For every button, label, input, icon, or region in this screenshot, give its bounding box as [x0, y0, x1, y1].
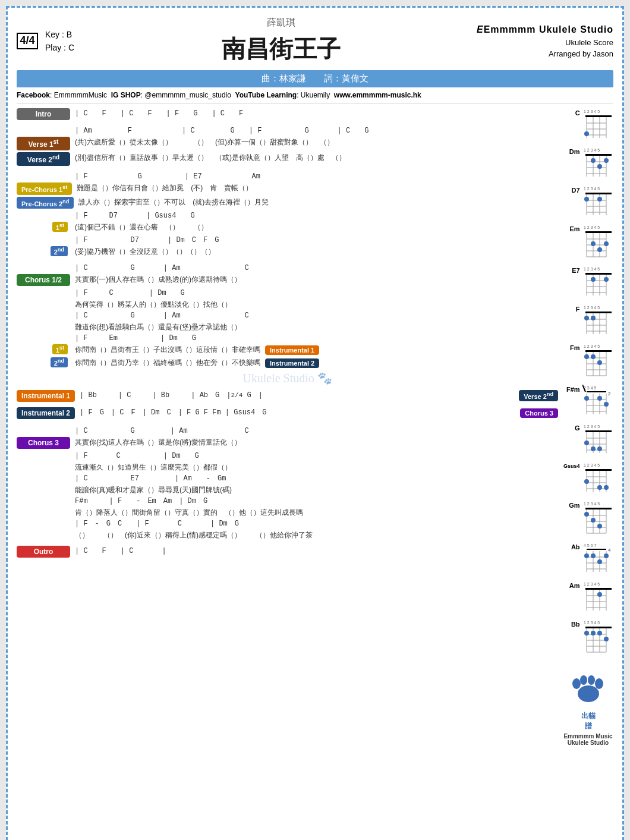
- diagram-container: C 1 2 3 4 5: [563, 108, 613, 746]
- chord-D7: D7 1 2 3 4 5: [563, 185, 613, 218]
- chorus3-lyric3: 能讓你(真)暖和才是家（）尋尋覓(天)國門牌號(碼): [75, 485, 558, 495]
- svg-point-131: [597, 524, 602, 528]
- svg-point-144: [597, 559, 602, 564]
- svg-point-19: [591, 158, 596, 163]
- svg-rect-11: [585, 154, 612, 156]
- chorus-sub2-content: 你問南（）昌街乃幸（）福終極嗎（）他在旁（）不快樂嗎 Instrumental …: [75, 357, 558, 369]
- chord-G: G 1 2 3 4 5: [563, 423, 613, 456]
- paw-svg: [568, 667, 609, 709]
- chord-Fm: Fm 1 2 3 4 5: [563, 343, 613, 379]
- chorus12-label: Chorus 1/2: [17, 274, 70, 286]
- svg-point-20: [597, 164, 602, 169]
- chord-Fshm-diagram: 2 3 4 5 2: [582, 385, 613, 417]
- chorus3-label: Chorus 3: [17, 437, 70, 449]
- svg-point-67: [591, 316, 596, 320]
- studio-info: EEmmmmm Ukulele Studio Ukulele Score Arr…: [477, 23, 613, 60]
- chorus12-chord2: | F C | Dm G: [75, 288, 558, 298]
- prechorus-sub2-row: 2nd (妥)協乃機智（）全沒貶意（）（）（）（）: [17, 246, 558, 257]
- svg-point-166: [584, 631, 589, 635]
- svg-text:1 2 3 4 5: 1 2 3 4 5: [584, 148, 600, 152]
- svg-text:1 2 3 4 5: 1 2 3 4 5: [584, 344, 600, 348]
- chorus12-sub1-row: 1st 你問南（）昌街有王（）子出沒嗎（）這段情（）非確幸嗎 Instrumen…: [17, 344, 558, 355]
- verse2-label: Verse 2nd: [17, 152, 70, 166]
- svg-point-141: [584, 553, 589, 558]
- intro-content: | C F | C F | F G | C F: [75, 108, 558, 119]
- svg-point-129: [584, 512, 589, 517]
- chord-F: F 1 2 3 4 5: [563, 304, 613, 337]
- sub2-label: 2nd: [51, 246, 68, 256]
- svg-text:1 2 3 4 5: 1 2 3 4 5: [584, 109, 600, 114]
- verse2-lyric: (別)盡信所有（）童話故事（）早太遲（） （或)是你執意（）人望 高（）處 （）: [75, 152, 346, 163]
- verse-section: | Am F | C G | F G | C G Verse 1st (共)六歲…: [17, 125, 558, 166]
- prechorus-chord1: | F G | E7 Am: [75, 171, 558, 182]
- chord-Ab-diagram: 4 5 6 7 4: [582, 542, 613, 575]
- instrumental1-badge: Instrumental 1: [265, 345, 319, 355]
- svg-point-9: [584, 131, 589, 136]
- chorus12-row: Chorus 1/2 其實那(一)個人存在嗎（）成熟透(的)你還期待嗎（）: [17, 274, 558, 286]
- chorus3-chord1: | C G | Am C: [75, 426, 558, 436]
- svg-point-56: [604, 277, 609, 282]
- svg-text:4 5 6 7: 4 5 6 7: [584, 543, 597, 548]
- svg-point-106: [597, 446, 602, 451]
- verse2nd-badge: Verse 2nd: [519, 390, 558, 401]
- svg-point-31: [584, 197, 589, 202]
- chorus12-lyric4-2: 你問南（）昌街乃幸（）福終極嗎（）他在旁（）不快樂嗎: [75, 357, 260, 368]
- chord-Am: Am 1 2 3 4 5: [563, 581, 613, 614]
- instrumental2-label: Instrumental 2: [17, 407, 75, 419]
- chord-F-diagram: 1 2 3 4 5: [582, 304, 613, 337]
- svg-rect-34: [585, 231, 612, 233]
- chorus12-chord1: | C G | Am C: [75, 263, 558, 273]
- svg-text:1 2 3 4 5: 1 2 3 4 5: [584, 267, 600, 271]
- svg-point-116: [584, 479, 589, 484]
- prechorus2-lyric: 誰人亦（）探索宇宙至（）不可以 (就)去捞在海裡（）月兒: [78, 197, 269, 207]
- social-bar: Facebook: EmmmmmMusic IG SHOP: @emmmmm_m…: [17, 91, 613, 103]
- chord-Am-diagram: 1 2 3 4 5: [582, 581, 613, 614]
- svg-rect-58: [585, 312, 612, 313]
- verse1-row: Verse 1st (共)六歲所愛（）從未太像（） （） (但)亦算一個（）甜蜜…: [17, 137, 558, 150]
- score-area: Intro | C F | C F | F G | C F | Am F | C…: [17, 108, 558, 746]
- chord-Gsus4-diagram: 1 2 3 4 5: [582, 462, 613, 495]
- song-title: 南昌街王子: [86, 33, 477, 65]
- svg-point-93: [604, 402, 609, 407]
- chord-E7: E7 1 2 3 4 5: [563, 266, 613, 298]
- instrumental2-content: | F G | C F | Dm C | F G F Fm | Gsus4 G …: [80, 407, 558, 419]
- svg-point-172: [580, 675, 587, 685]
- chorus12-section: | C G | Am C Chorus 1/2 其實那(一)個人存在嗎（）成熟透…: [17, 263, 558, 385]
- chord-Fm-diagram: 1 2 3 4 5: [582, 343, 613, 379]
- chord-C-diagram: 1 2 3 4 5: [582, 108, 613, 141]
- svg-point-168: [597, 631, 602, 635]
- chorus3-lyric1: 其實你(找)這人存在嗎（）還是你(將)愛情童話化（）: [75, 437, 241, 448]
- watermark: Ukulele Studio 🐾: [17, 371, 558, 385]
- svg-point-171: [572, 678, 581, 689]
- prechorus-chord2: | F D7 | Gsus4 G: [75, 210, 558, 221]
- chorus3-chord5: | F - G C | F C | Dm G: [75, 518, 558, 529]
- intro-section: Intro | C F | C F | F G | C F: [17, 108, 558, 120]
- prechorus1-label: Pre-Chorus 1st: [17, 183, 72, 195]
- prechorus1-lyric: 難題是（）你信有日會（）給加冕 (不) 肯 賣帳（）: [77, 183, 253, 193]
- outro-chords: | C F | C |: [75, 546, 166, 556]
- prechorus-chord3: | F D7 | Dm C F G: [75, 235, 558, 246]
- chord-Bb: Bb 1 2 3 4 5: [563, 619, 613, 655]
- chorus3-badge: Chorus 3: [520, 408, 558, 418]
- prechorus-sub1-row: 1st (這)個已不錯（）還在心癢 （） （）: [17, 222, 558, 233]
- svg-point-142: [591, 553, 596, 558]
- prechorus2-row: Pre-Chorus 2nd 誰人亦（）探索宇宙至（）不可以 (就)去捞在海裡（…: [17, 197, 558, 209]
- svg-point-32: [597, 197, 602, 202]
- chord-E7-diagram: 1 2 3 4 5: [582, 266, 613, 298]
- svg-point-66: [584, 316, 589, 320]
- chorus3-lyric4: 肯（）降落人（）間街角留（）守真（）實的 （）他（）這先叫成長嗎: [75, 507, 558, 518]
- svg-point-174: [595, 678, 603, 689]
- svg-point-173: [588, 675, 595, 685]
- svg-text:1 2 3 4 5: 1 2 3 4 5: [584, 424, 600, 429]
- svg-point-78: [584, 354, 589, 359]
- verse1-label: Verse 1st: [17, 137, 70, 150]
- sub1-label: 1st: [52, 222, 68, 232]
- chorus3-chord4: F#m | F - Em Am | Dm G: [75, 496, 558, 506]
- chorus3-chord3: | C E7 | Am - Gm: [75, 473, 558, 484]
- chorus12-sub2-row: 2nd 你問南（）昌街乃幸（）福終極嗎（）他在旁（）不快樂嗎 Instrumen…: [17, 357, 558, 369]
- svg-rect-47: [585, 273, 612, 275]
- outro-section: Outro | C F | C |: [17, 546, 558, 558]
- svg-rect-147: [585, 588, 612, 590]
- chord-C: C 1 2 3 4 5: [563, 108, 613, 141]
- svg-point-105: [591, 446, 596, 451]
